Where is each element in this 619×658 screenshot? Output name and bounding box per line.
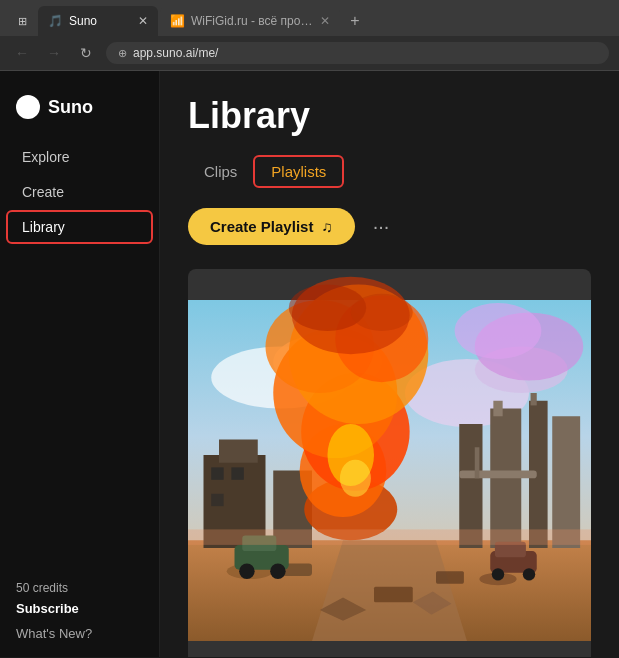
wifi-tab-close[interactable]: ✕ (320, 14, 330, 28)
svg-point-27 (270, 564, 286, 580)
action-row: Create Playlist ♫ ··· (188, 208, 591, 245)
tabs-bar: Clips Playlists (188, 155, 591, 188)
svg-point-45 (455, 303, 542, 359)
sidebar-nav: Explore Create Library (0, 139, 159, 245)
music-note-icon: ♫ (321, 218, 332, 235)
create-playlist-label: Create Playlist (210, 218, 313, 235)
svg-point-31 (523, 568, 535, 580)
app-layout: ♪ Suno Explore Create Library 50 credits… (0, 71, 619, 657)
svg-rect-50 (188, 529, 591, 545)
more-options-button[interactable]: ··· (365, 211, 398, 242)
playlist-thumbnail (188, 269, 591, 657)
svg-point-30 (492, 568, 504, 580)
credits-display: 50 credits (16, 581, 143, 595)
suno-tab-label: Suno (69, 14, 132, 28)
tab-suno[interactable]: 🎵 Suno ✕ (38, 6, 158, 36)
sidebar-item-explore[interactable]: Explore (6, 140, 153, 174)
sidebar-bottom: 50 credits Subscribe What's New? (0, 581, 159, 641)
tab-wifi[interactable]: 📶 WiFiGid.ru - всё про WiFi и бе… ✕ (160, 6, 340, 36)
svg-rect-48 (374, 587, 413, 603)
svg-point-41 (351, 294, 413, 331)
svg-rect-19 (231, 467, 243, 479)
logo-symbol: ♪ (25, 100, 31, 114)
svg-rect-10 (552, 416, 580, 548)
whats-new-link[interactable]: What's New? (16, 626, 143, 641)
new-tab-button[interactable]: + (342, 8, 368, 34)
playlist-image (188, 269, 591, 657)
browser-chrome: ⊞ 🎵 Suno ✕ 📶 WiFiGid.ru - всё про WiFi и… (0, 0, 619, 71)
sidebar-item-create[interactable]: Create (6, 175, 153, 209)
playlist-card[interactable]: Untitled Playlist (188, 269, 591, 657)
back-button[interactable]: ← (10, 41, 34, 65)
address-input[interactable]: ⊕ app.suno.ai/me/ (106, 42, 609, 64)
svg-rect-18 (211, 467, 223, 479)
svg-rect-16 (219, 440, 258, 463)
sidebar: ♪ Suno Explore Create Library 50 credits… (0, 71, 160, 657)
window-control[interactable]: ⊞ (8, 7, 36, 35)
address-bar: ← → ↻ ⊕ app.suno.ai/me/ (0, 36, 619, 70)
tab-bar: ⊞ 🎵 Suno ✕ 📶 WiFiGid.ru - всё про WiFi и… (0, 0, 619, 36)
address-secure-icon: ⊕ (118, 47, 127, 60)
tab-clips[interactable]: Clips (188, 155, 253, 188)
logo-icon: ♪ (16, 95, 40, 119)
suno-favicon: 🎵 (48, 14, 63, 28)
wifi-tab-label: WiFiGid.ru - всё про WiFi и бе… (191, 14, 314, 28)
forward-button[interactable]: → (42, 41, 66, 65)
playlist-grid: Untitled Playlist (188, 269, 591, 657)
logo: ♪ Suno (0, 87, 159, 139)
reload-button[interactable]: ↻ (74, 41, 98, 65)
create-playlist-button[interactable]: Create Playlist ♫ (188, 208, 355, 245)
sidebar-item-library[interactable]: Library (6, 210, 153, 244)
svg-rect-11 (493, 401, 502, 417)
subscribe-link[interactable]: Subscribe (16, 601, 143, 616)
svg-point-26 (239, 564, 255, 580)
svg-rect-12 (531, 393, 537, 405)
page-title: Library (188, 95, 591, 137)
address-url: app.suno.ai/me/ (133, 46, 218, 60)
logo-text: Suno (48, 97, 93, 118)
svg-rect-20 (211, 494, 223, 506)
tab-playlists[interactable]: Playlists (253, 155, 344, 188)
svg-rect-14 (475, 447, 480, 478)
svg-rect-49 (436, 571, 464, 583)
suno-tab-close[interactable]: ✕ (138, 14, 148, 28)
svg-point-43 (340, 460, 371, 497)
main-content: Library Clips Playlists Create Playlist … (160, 71, 619, 657)
wifi-favicon: 📶 (170, 14, 185, 28)
svg-rect-13 (459, 471, 537, 479)
